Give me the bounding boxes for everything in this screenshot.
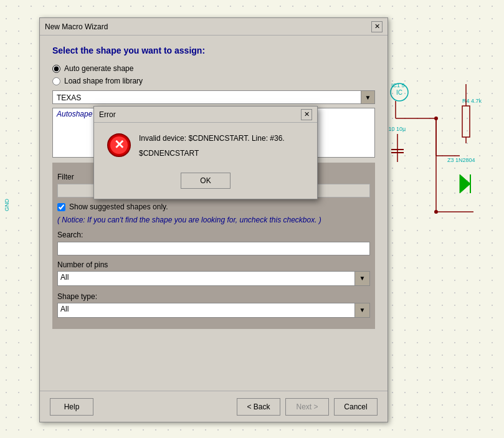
pins-select-display[interactable]: All [57, 271, 355, 286]
shape-type-row: Shape type: All ▼ [57, 292, 370, 318]
wizard-close-button[interactable]: ✕ [371, 21, 383, 32]
search-label: Search: [57, 231, 370, 239]
radio-load-input[interactable] [52, 77, 60, 85]
cancel-button[interactable]: Cancel [334, 398, 378, 416]
radio-load-label: Load shape from library [64, 77, 143, 85]
radio-auto-label: Auto generate shape [64, 64, 133, 73]
wizard-title: New Macro Wizard [45, 22, 108, 31]
help-button[interactable]: Help [50, 398, 93, 416]
wizard-dialog: New Macro Wizard ✕ Select the shape you … [39, 17, 388, 422]
checkbox-row: Show suggested shapes only. [57, 202, 370, 211]
wizard-heading: Select the shape you want to assign: [52, 45, 375, 55]
radio-auto: Auto generate shape [52, 64, 375, 73]
radio-load: Load shape from library [52, 77, 375, 85]
texas-field[interactable]: TEXAS [52, 90, 361, 104]
pins-select-arrow[interactable]: ▼ [355, 271, 370, 286]
error-icon: ✕ [107, 133, 131, 158]
footer-left: Help [50, 398, 93, 416]
shape-type-label: Shape type: [57, 292, 370, 301]
shape-type-select-display[interactable]: All [57, 303, 355, 318]
wizard-footer: Help < Back Next > Cancel [40, 391, 388, 422]
wizard-titlebar: New Macro Wizard ✕ [40, 18, 388, 36]
error-message: Invalid device: $CDNENCSTART. Line: #36. [139, 133, 305, 144]
search-section: Search: [57, 231, 370, 255]
next-button[interactable]: Next > [285, 398, 329, 416]
error-footer: OK [94, 168, 317, 199]
ok-button[interactable]: OK [181, 173, 231, 189]
error-body: ✕ Invalid device: $CDNENCSTART. Line: #3… [94, 123, 317, 168]
shape-type-select-arrow[interactable]: ▼ [355, 303, 370, 318]
show-suggested-checkbox[interactable] [57, 203, 65, 211]
footer-right: < Back Next > Cancel [237, 398, 378, 416]
texas-row: TEXAS ▼ [52, 90, 375, 104]
radio-group: Auto generate shape Load shape from libr… [52, 64, 375, 85]
error-text-block: Invalid device: $CDNENCSTART. Line: #36.… [139, 133, 305, 158]
notice-text: ( Notice: If you can't find the shape yo… [57, 215, 370, 226]
error-titlebar: Error ✕ [94, 107, 317, 123]
radio-auto-input[interactable] [52, 65, 60, 73]
back-button[interactable]: < Back [237, 398, 280, 416]
pins-row: Number of pins All ▼ [57, 260, 370, 286]
error-title: Error [99, 110, 116, 119]
pins-select-control: All ▼ [57, 271, 370, 286]
svg-text:✕: ✕ [114, 138, 125, 151]
checkbox-label: Show suggested shapes only. [69, 202, 168, 211]
texas-dropdown-arrow[interactable]: ▼ [361, 90, 375, 104]
error-close-button[interactable]: ✕ [301, 109, 312, 120]
shape-type-select-control: All ▼ [57, 303, 370, 318]
error-dialog: Error ✕ ✕ Invalid device: $CDNENCSTART. … [93, 106, 318, 199]
pins-label: Number of pins [57, 260, 370, 269]
search-input[interactable] [57, 242, 370, 255]
error-subtext: $CDNENCSTART [139, 149, 305, 158]
